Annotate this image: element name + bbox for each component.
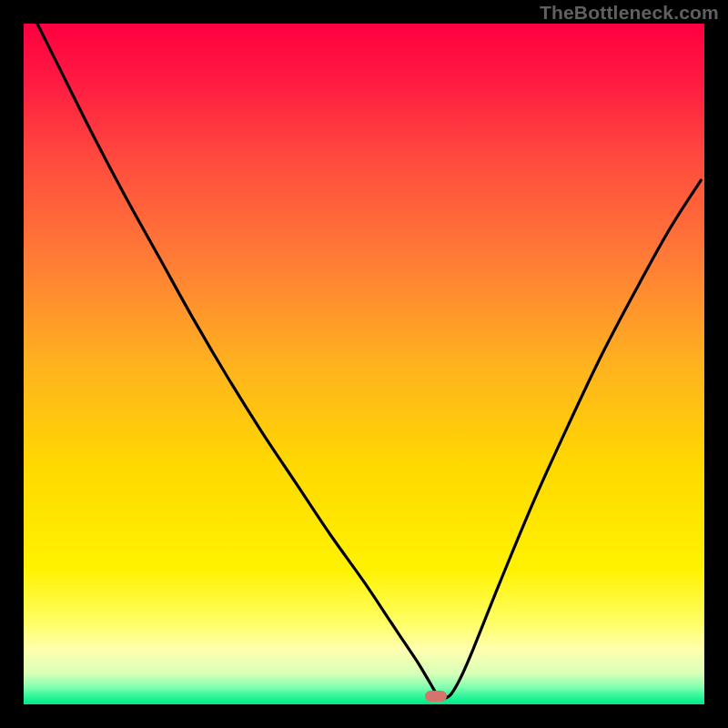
curve-layer (24, 24, 704, 704)
bottleneck-curve (37, 24, 701, 698)
watermark-text: TheBottleneck.com (540, 2, 719, 24)
chart-frame: TheBottleneck.com (0, 0, 728, 728)
plot-area (24, 24, 704, 704)
optimal-point-marker (425, 691, 447, 702)
